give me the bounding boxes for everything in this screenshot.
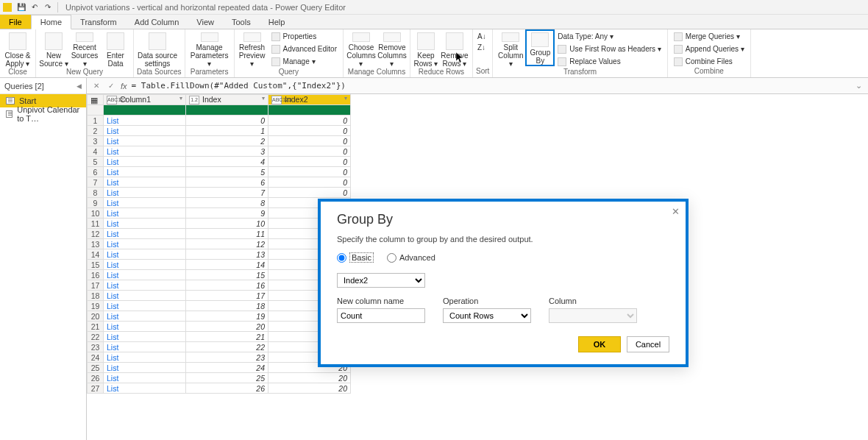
table-row[interactable]: 24List2320 xyxy=(88,352,351,363)
undo-icon[interactable]: ↶ xyxy=(29,2,40,13)
cell-value[interactable]: 0 xyxy=(268,126,351,136)
cell-value[interactable]: 20 xyxy=(268,383,351,394)
cell-list-link[interactable]: List xyxy=(104,291,186,301)
row-number[interactable]: 1 xyxy=(88,116,104,126)
cell-value[interactable]: 23 xyxy=(186,352,268,363)
table-row[interactable]: 11List100 xyxy=(88,219,351,229)
cell-value[interactable]: 20 xyxy=(186,322,268,332)
table-row[interactable]: 21List2020 xyxy=(88,322,351,332)
cell-list-link[interactable]: List xyxy=(104,322,186,332)
cell-list-link[interactable]: List xyxy=(104,208,186,219)
table-row[interactable]: 26List2520 xyxy=(88,373,351,383)
cell-value[interactable]: 0 xyxy=(268,116,351,126)
tab-add-column[interactable]: Add Column xyxy=(126,15,188,29)
cancel-button[interactable]: Cancel xyxy=(627,336,669,352)
cell-value[interactable]: 0 xyxy=(268,157,351,167)
row-number[interactable]: 22 xyxy=(88,332,104,342)
new-column-input[interactable] xyxy=(337,308,425,323)
redo-icon[interactable]: ↷ xyxy=(43,2,53,13)
cell-list-link[interactable]: List xyxy=(104,249,186,260)
cell-value[interactable]: 0 xyxy=(268,177,351,188)
cell-value[interactable]: 8 xyxy=(186,198,268,208)
cell-value[interactable]: 21 xyxy=(186,332,268,342)
cell-value[interactable]: 15 xyxy=(186,270,268,280)
cell-list-link[interactable]: List xyxy=(104,146,186,157)
cell-list-link[interactable]: List xyxy=(104,116,186,126)
choose-columns-button[interactable]: Choose Columns ▾ xyxy=(346,31,376,68)
row-number[interactable]: 4 xyxy=(88,146,104,157)
row-number[interactable]: 20 xyxy=(88,311,104,322)
data-source-settings-button[interactable]: Data source settings xyxy=(137,31,178,68)
cell-value[interactable]: 16 xyxy=(186,280,268,291)
chevron-down-icon[interactable]: ▾ xyxy=(344,95,347,102)
cell-value[interactable]: 0 xyxy=(268,136,351,146)
table-row[interactable]: 20List190 xyxy=(88,311,351,322)
row-number[interactable]: 25 xyxy=(88,363,104,373)
row-number[interactable]: 12 xyxy=(88,229,104,239)
row-number[interactable]: 6 xyxy=(88,167,104,177)
cell-value[interactable]: 2 xyxy=(186,136,268,146)
merge-queries-button[interactable]: Merge Queries ▾ xyxy=(671,31,747,42)
cell-value[interactable]: 20 xyxy=(268,373,351,383)
type-icon[interactable]: 1.2 xyxy=(189,96,199,104)
row-number[interactable]: 3 xyxy=(88,136,104,146)
row-number[interactable]: 27 xyxy=(88,383,104,394)
chevron-down-icon[interactable]: ▾ xyxy=(179,95,182,102)
row-number[interactable]: 15 xyxy=(88,260,104,270)
table-row[interactable]: 15List140 xyxy=(88,260,351,270)
replace-values-button[interactable]: Replace Values xyxy=(555,56,664,67)
table-row[interactable]: 10List90 xyxy=(88,208,351,219)
row-number[interactable]: 16 xyxy=(88,270,104,280)
first-row-headers-button[interactable]: Use First Row as Headers ▾ xyxy=(555,43,664,54)
cell-list-link[interactable]: List xyxy=(104,280,186,291)
table-row[interactable]: 3List20 xyxy=(88,136,351,146)
cell-value[interactable]: 10 xyxy=(186,219,268,229)
cell-list-link[interactable]: List xyxy=(104,239,186,249)
cell-list-link[interactable]: List xyxy=(104,373,186,383)
append-queries-button[interactable]: Append Queries ▾ xyxy=(671,43,747,54)
type-icon[interactable]: ABC123 xyxy=(271,96,282,104)
remove-rows-button[interactable]: Remove Rows ▾ xyxy=(440,31,469,68)
row-number[interactable]: 8 xyxy=(88,188,104,198)
row-number[interactable]: 14 xyxy=(88,249,104,260)
row-number[interactable]: 23 xyxy=(88,342,104,352)
cell-list-link[interactable]: List xyxy=(104,270,186,280)
table-row[interactable]: 7List60 xyxy=(88,177,351,188)
table-row[interactable]: 13List120 xyxy=(88,239,351,249)
group-column-select[interactable]: Index2 xyxy=(337,273,425,288)
cell-value[interactable]: 17 xyxy=(186,291,268,301)
column-header[interactable]: 1.2Index▾ xyxy=(186,95,268,105)
tab-transform[interactable]: Transform xyxy=(71,15,126,29)
cell-value[interactable]: 0 xyxy=(268,146,351,157)
cell-value[interactable]: 13 xyxy=(186,249,268,260)
table-row[interactable]: 5List40 xyxy=(88,157,351,167)
group-by-button[interactable]: Group By xyxy=(525,29,555,66)
table-row[interactable]: 25List2420 xyxy=(88,363,351,373)
cell-value[interactable]: 0 xyxy=(268,188,351,198)
cell-list-link[interactable]: List xyxy=(104,383,186,394)
recent-sources-button[interactable]: Recent Sources ▾ xyxy=(70,31,99,68)
combine-files-button[interactable]: Combine Files xyxy=(671,56,747,67)
cell-value[interactable]: 6 xyxy=(186,177,268,188)
table-row[interactable]: 19List180 xyxy=(88,301,351,311)
cell-value[interactable]: 25 xyxy=(186,373,268,383)
table-row[interactable]: 9List80 xyxy=(88,198,351,208)
cell-list-link[interactable]: List xyxy=(104,177,186,188)
table-row[interactable]: 17List160 xyxy=(88,280,351,291)
row-number[interactable]: 17 xyxy=(88,280,104,291)
tab-home[interactable]: Home xyxy=(31,15,71,29)
type-icon[interactable]: ABC123 xyxy=(107,96,117,104)
cell-value[interactable]: 4 xyxy=(186,157,268,167)
row-number[interactable]: 26 xyxy=(88,373,104,383)
cell-list-link[interactable]: List xyxy=(104,363,186,373)
cell-value[interactable]: 26 xyxy=(186,383,268,394)
table-row[interactable]: 14List130 xyxy=(88,249,351,260)
cell-list-link[interactable]: List xyxy=(104,157,186,167)
cell-list-link[interactable]: List xyxy=(104,188,186,198)
query-item-unpivot[interactable]: Unpivot Calendar to T… xyxy=(0,107,86,121)
cell-value[interactable]: 24 xyxy=(186,363,268,373)
cell-list-link[interactable]: List xyxy=(104,332,186,342)
cell-value[interactable]: 5 xyxy=(186,167,268,177)
radio-advanced[interactable]: Advanced xyxy=(387,253,435,263)
tab-view[interactable]: View xyxy=(188,15,223,29)
